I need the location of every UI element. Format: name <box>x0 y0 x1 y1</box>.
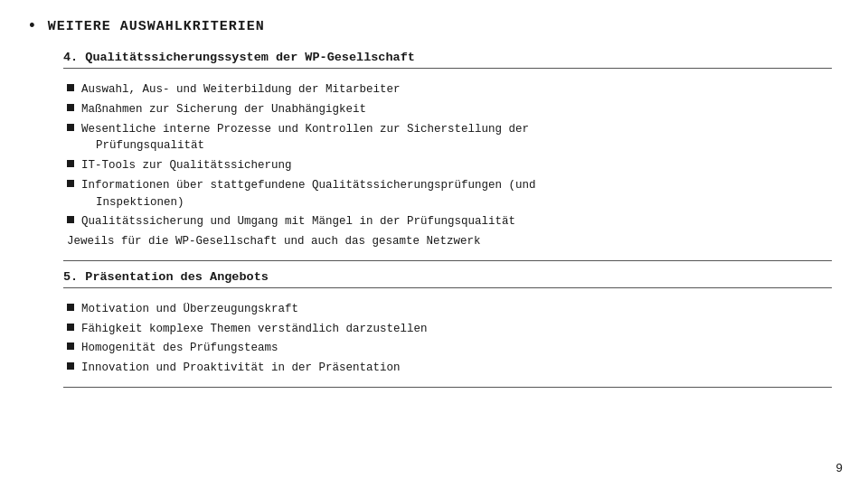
section-5: 5. Präsentation des Angebots Motivation … <box>63 270 832 388</box>
bullet-square-icon <box>67 124 74 131</box>
bullet-square-icon <box>67 362 74 370</box>
bullet-square-icon <box>67 324 74 331</box>
main-title-text: WEITERE AUSWAHLKRITERIEN <box>48 19 265 34</box>
bullet-text: Auswahl, Aus- und Weiterbildung der Mita… <box>81 81 401 99</box>
list-item: Auswahl, Aus- und Weiterbildung der Mita… <box>63 81 832 99</box>
section-4-header: 4. Qualitätssicherungssystem der WP-Gese… <box>63 51 832 69</box>
bullet-text: IT-Tools zur Qualitätssicherung <box>81 157 292 174</box>
bullet-square-icon <box>67 343 74 350</box>
bullet-square-icon <box>67 104 74 111</box>
bullet-text: Motivation und Überzeugungskraft <box>81 301 298 318</box>
bullet-text: Informationen über stattgefundene Qualit… <box>81 179 536 192</box>
standalone-text: Jeweils für die WP-Gesellschaft und auch… <box>63 233 832 250</box>
bullet-continuation: Inspektionen) <box>81 196 184 209</box>
list-item: Motivation und Überzeugungskraft <box>63 301 832 318</box>
bullet-square-icon <box>67 180 74 187</box>
main-bullet: • <box>27 18 37 34</box>
page-number: 9 <box>835 462 843 475</box>
section-5-header: 5. Präsentation des Angebots <box>63 270 832 288</box>
bullet-text: Homogenität des Prüfungsteams <box>81 340 278 357</box>
section-4-body: Auswahl, Aus- und Weiterbildung der Mita… <box>63 76 832 261</box>
section-5-title: 5. Präsentation des Angebots <box>63 270 269 284</box>
list-item: Qualitätssicherung und Umgang mit Mängel… <box>63 213 832 230</box>
bullet-text: Maßnahmen zur Sicherung der Unabhängigke… <box>81 101 366 118</box>
bullet-text: Qualitätssicherung und Umgang mit Mängel… <box>81 213 515 230</box>
bullet-text: Fähigkeit komplexe Themen verständlich d… <box>81 321 428 338</box>
section-4-title: 4. Qualitätssicherungssystem der WP-Gese… <box>63 51 415 64</box>
section-4: 4. Qualitätssicherungssystem der WP-Gese… <box>63 51 832 261</box>
section-5-body: Motivation und Überzeugungskraft Fähigke… <box>63 296 832 388</box>
list-item: Fähigkeit komplexe Themen verständlich d… <box>63 321 832 338</box>
list-item: Wesentliche interne Prozesse und Kontrol… <box>63 121 832 155</box>
list-item: Maßnahmen zur Sicherung der Unabhängigke… <box>63 101 832 118</box>
list-item: Innovation und Proaktivität in der Präse… <box>63 360 832 377</box>
bullet-square-icon <box>67 216 74 223</box>
main-title-row: • WEITERE AUSWAHLKRITERIEN <box>27 18 832 34</box>
bullet-text: Innovation und Proaktivität in der Präse… <box>81 360 401 377</box>
list-item: IT-Tools zur Qualitätssicherung <box>63 157 832 174</box>
bullet-square-icon <box>67 304 74 311</box>
bullet-text: Wesentliche interne Prozesse und Kontrol… <box>81 123 529 136</box>
bullet-continuation: Prüfungsqualität <box>81 139 204 152</box>
list-item: Homogenität des Prüfungsteams <box>63 340 832 357</box>
bullet-square-icon <box>67 84 74 91</box>
page-container: • WEITERE AUSWAHLKRITERIEN 4. Qualitätss… <box>0 0 868 488</box>
bullet-square-icon <box>67 160 74 167</box>
list-item: Informationen über stattgefundene Qualit… <box>63 177 832 211</box>
